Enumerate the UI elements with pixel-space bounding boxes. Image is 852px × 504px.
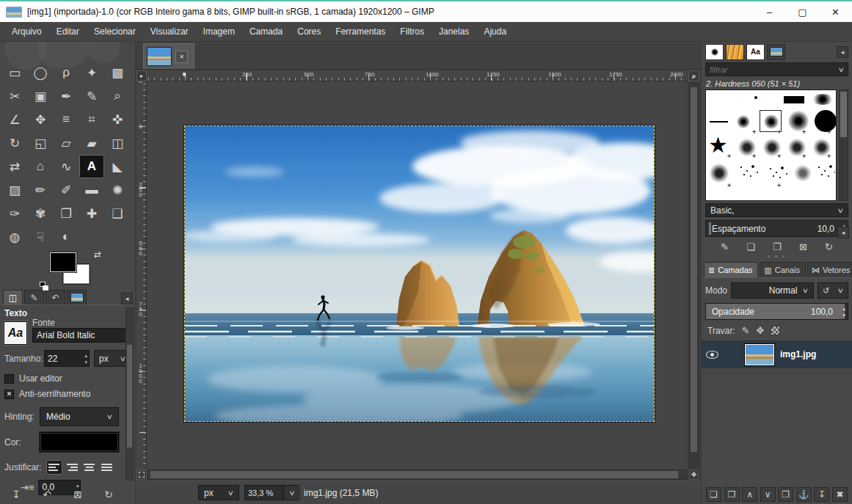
layers-dock-tab[interactable]: ▥ Canais: [760, 262, 806, 277]
tab-patterns[interactable]: [726, 44, 744, 60]
justify-fill-button[interactable]: [99, 460, 115, 475]
tool-button[interactable]: ✒: [54, 84, 79, 108]
brush-thumbnail[interactable]: [816, 164, 835, 181]
unit-dropdown[interactable]: px∨: [198, 485, 239, 500]
tool-button[interactable]: ◯: [28, 61, 53, 84]
brush-thumbnail[interactable]: [784, 96, 804, 103]
delete-preset-button[interactable]: ⊠: [70, 489, 85, 500]
horizontal-scrollbar[interactable]: [147, 470, 688, 480]
tool-button[interactable]: ✐: [54, 178, 79, 202]
reset-tool-button[interactable]: ↻: [101, 489, 116, 500]
tool-options-scrollbar[interactable]: [125, 307, 134, 481]
brush-spacing-slider[interactable]: Espaçamento 10,0 ▴▾: [705, 220, 848, 237]
canvas-image[interactable]: [184, 125, 655, 422]
new-group-button[interactable]: ❒: [724, 487, 740, 502]
tool-button[interactable]: ✂: [2, 84, 27, 108]
tool-button[interactable]: ⌕: [105, 84, 130, 108]
tab-document-history[interactable]: [767, 44, 785, 60]
tool-button[interactable]: ✚: [79, 202, 104, 225]
dock-resize-handle[interactable]: • • •: [702, 254, 852, 261]
tool-button[interactable]: ↻: [2, 131, 27, 155]
lock-position-icon[interactable]: ✥: [756, 325, 764, 336]
spinner-arrows-icon[interactable]: ▴▾: [842, 305, 845, 318]
swap-colors-icon[interactable]: ⇄: [94, 249, 101, 260]
ruler-menu-button[interactable]: ▸: [136, 70, 147, 81]
tool-button[interactable]: ρ: [54, 61, 79, 84]
chevron-down-icon[interactable]: ∨: [838, 66, 845, 73]
layer-mode-dropdown[interactable]: Normal∨: [731, 282, 814, 299]
edit-brush-button[interactable]: ✎: [721, 241, 729, 252]
dock-collapse-icon[interactable]: ◂: [837, 227, 849, 238]
tab-undo-history[interactable]: ↶: [45, 290, 65, 304]
spinner-arrows-icon[interactable]: ▴▾: [84, 352, 87, 365]
refresh-brushes-button[interactable]: ↻: [825, 241, 833, 252]
tool-button[interactable]: ◣: [105, 155, 130, 178]
dock-collapse-icon[interactable]: ◂: [837, 46, 848, 58]
layer-row[interactable]: img1.jpg: [702, 341, 852, 368]
menu-item[interactable]: Janelas: [432, 23, 476, 40]
anchor-layer-button[interactable]: ⚓: [796, 487, 812, 502]
zoom-level-combo[interactable]: 33,3 %∨: [244, 485, 299, 500]
brush-thumbnail[interactable]: [815, 110, 837, 132]
horizontal-ruler[interactable]: 025050075010001250150017502000: [147, 70, 688, 81]
menu-item[interactable]: Visualizar: [143, 23, 196, 40]
tool-button[interactable]: ✏: [28, 178, 53, 202]
brush-grid[interactable]: ★ ++ ++ ++ ++ ++ +: [705, 90, 837, 201]
tool-button[interactable]: ✜: [105, 108, 130, 131]
tool-button[interactable]: ▭: [2, 61, 27, 84]
tab-device-status[interactable]: ✎: [24, 290, 44, 304]
tab-close-icon[interactable]: ✕: [175, 51, 188, 63]
foreground-color-swatch[interactable]: [50, 252, 76, 272]
brush-thumbnail[interactable]: [710, 121, 728, 123]
tool-button[interactable]: ⇄: [2, 155, 27, 178]
tool-button[interactable]: ✥: [28, 108, 53, 131]
tab-tool-options[interactable]: ◫: [3, 290, 23, 304]
tab-image-thumbnail[interactable]: [67, 290, 87, 304]
lock-alpha-icon[interactable]: [771, 326, 780, 335]
menu-item[interactable]: Editar: [49, 23, 87, 40]
delete-layer-button[interactable]: ✖: [832, 487, 848, 502]
brush-thumbnail[interactable]: ★: [708, 134, 728, 156]
tool-button[interactable]: ▣: [28, 84, 53, 108]
tool-button[interactable]: ▰: [79, 131, 104, 155]
menu-item[interactable]: Filtros: [393, 23, 432, 40]
vertical-scrollbar[interactable]: [689, 82, 699, 469]
visibility-eye-icon[interactable]: [706, 351, 718, 359]
lock-pixels-icon[interactable]: ✎: [742, 325, 750, 336]
layers-dock-tab[interactable]: ≣ Camadas: [704, 262, 758, 277]
menu-item[interactable]: Imagem: [196, 23, 242, 40]
tool-button[interactable]: ∿: [54, 155, 79, 178]
menu-item[interactable]: Arquivo: [4, 23, 49, 40]
menu-item[interactable]: Ferramentas: [328, 23, 393, 40]
layer-opacity-slider[interactable]: Opacidade 100,0 ▴▾: [705, 303, 848, 320]
brush-thumbnail[interactable]: [737, 115, 750, 128]
tool-button[interactable]: ⌗: [79, 108, 104, 131]
new-layer-button[interactable]: ❏: [706, 487, 721, 502]
tool-button[interactable]: ☟: [28, 225, 53, 249]
tool-button[interactable]: ≡: [54, 108, 79, 131]
tool-button[interactable]: ✾: [28, 202, 53, 225]
menu-item[interactable]: Camada: [242, 23, 290, 40]
minimize-button[interactable]: –: [753, 1, 786, 22]
justify-left-button[interactable]: [46, 460, 62, 475]
brush-thumbnail[interactable]: [710, 164, 729, 183]
brush-filter-input[interactable]: [710, 65, 839, 74]
text-color-swatch[interactable]: [40, 432, 119, 452]
tool-button[interactable]: ❑: [105, 202, 130, 225]
justify-right-button[interactable]: [64, 460, 80, 475]
quick-mask-toggle[interactable]: [136, 470, 147, 480]
tool-button[interactable]: ❐: [54, 202, 79, 225]
navigation-button[interactable]: ✥: [689, 470, 699, 480]
tab-brushes[interactable]: [705, 44, 724, 60]
hinting-dropdown[interactable]: Médio∨: [40, 407, 119, 426]
tool-button[interactable]: ◫: [105, 131, 130, 155]
scrollbar-thumb[interactable]: [150, 471, 678, 478]
duplicate-brush-button[interactable]: ❐: [773, 241, 782, 252]
layers-dock-tab[interactable]: ⋈ Vetores: [807, 262, 852, 277]
font-size-spinner[interactable]: 22 ▴▾: [44, 350, 90, 367]
default-colors-icon[interactable]: [40, 282, 48, 291]
brush-thumbnail[interactable]: [768, 165, 790, 181]
vertical-ruler[interactable]: -25002505007501000: [136, 81, 147, 470]
menu-item[interactable]: Ajuda: [476, 23, 514, 40]
delete-brush-button[interactable]: ⊠: [799, 241, 807, 252]
